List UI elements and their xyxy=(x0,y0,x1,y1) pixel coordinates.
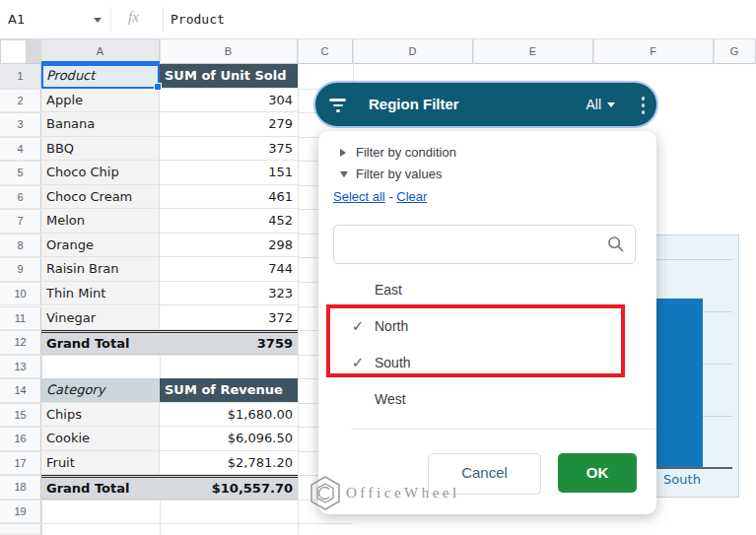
gridline-h xyxy=(0,523,353,524)
cell-b7[interactable]: 452 xyxy=(160,209,298,234)
row-header-7[interactable]: 7 xyxy=(0,209,41,234)
column-header-e[interactable]: E xyxy=(473,39,593,64)
clear-link[interactable]: Clear xyxy=(396,189,427,204)
cell-b15[interactable]: $1,680.00 xyxy=(160,403,298,428)
row-header-3[interactable]: 3 xyxy=(0,112,41,137)
column-header-c[interactable]: C xyxy=(298,39,353,64)
grand-total-label: Grand Total xyxy=(41,478,134,499)
chart-gridline xyxy=(646,259,732,260)
row-header-13[interactable]: 13 xyxy=(0,355,41,379)
cell-b2[interactable]: 304 xyxy=(160,89,298,113)
row-header-18[interactable]: 18 xyxy=(0,475,41,500)
divider xyxy=(110,8,111,32)
gridline-v xyxy=(353,39,354,89)
row-header-9[interactable]: 9 xyxy=(0,257,41,282)
grand-total-label: Grand Total xyxy=(41,333,134,354)
filter-value-west[interactable]: West xyxy=(318,380,656,417)
select-all-link[interactable]: Select all xyxy=(333,189,385,204)
row-header-6[interactable]: 6 xyxy=(0,185,41,210)
formula-input[interactable]: Product xyxy=(171,12,225,27)
cell-b16[interactable]: $6,096.50 xyxy=(160,427,298,451)
value-search-box[interactable] xyxy=(333,225,636,264)
filter-links: Select all - Clear xyxy=(333,189,427,204)
filter-by-condition-expander[interactable]: Filter by condition xyxy=(340,145,456,160)
row-header-2[interactable]: 2 xyxy=(0,89,41,113)
cell-b5[interactable]: 151 xyxy=(160,161,298,185)
fx-icon: fx xyxy=(128,9,139,26)
row-header-11[interactable]: 11 xyxy=(0,306,41,331)
chart-x-label: South xyxy=(648,472,717,487)
cell-a6[interactable]: Choco Cream xyxy=(41,185,160,210)
chart-x-axis xyxy=(646,467,732,469)
cell-b11[interactable]: 372 xyxy=(160,306,298,331)
row-header-19[interactable]: 19 xyxy=(0,500,41,524)
corner-shade xyxy=(27,39,41,64)
row-header-1[interactable]: 1 xyxy=(0,64,41,89)
gridline-v xyxy=(298,39,299,535)
row-header-14[interactable]: 14 xyxy=(0,378,41,403)
cell-a14[interactable]: Category xyxy=(41,378,160,403)
column-header-d[interactable]: D xyxy=(353,39,473,64)
search-input[interactable] xyxy=(344,230,604,259)
collapse-arrow-icon xyxy=(340,171,348,181)
fill-handle[interactable] xyxy=(154,83,162,91)
row-header-10[interactable]: 10 xyxy=(0,282,41,306)
name-box-caret-icon[interactable] xyxy=(94,18,102,27)
cell-b10[interactable]: 323 xyxy=(160,282,298,306)
bar-chart[interactable]: South xyxy=(645,234,739,498)
cell-a3[interactable]: Banana xyxy=(41,112,160,137)
gridline-v xyxy=(473,39,474,64)
link-separator: - xyxy=(388,189,392,204)
row-header-16[interactable]: 16 xyxy=(0,427,41,451)
cell-a7[interactable]: Melon xyxy=(41,209,160,234)
expand-arrow-icon xyxy=(340,149,350,157)
cell-a16[interactable]: Cookie xyxy=(41,427,160,451)
filter-by-condition-label: Filter by condition xyxy=(356,145,456,160)
kebab-menu-icon[interactable] xyxy=(642,97,646,114)
column-header-f[interactable]: F xyxy=(593,39,714,64)
cell-b6[interactable]: 461 xyxy=(160,185,298,210)
region-filter-pill[interactable]: Region Filter All xyxy=(315,83,656,126)
row-header-8[interactable]: 8 xyxy=(0,234,41,258)
cell-b14[interactable]: SUM of Revenue xyxy=(160,378,298,403)
cell-a8[interactable]: Orange xyxy=(41,234,160,258)
cell-a5[interactable]: Choco Chip xyxy=(41,161,160,185)
spreadsheet-screen: A1 fx Product ABCDEFG1234567891011121314… xyxy=(0,0,756,535)
cell-a15[interactable]: Chips xyxy=(41,403,160,428)
cell-b8[interactable]: 298 xyxy=(160,234,298,258)
column-header-b[interactable]: B xyxy=(160,39,298,64)
watermark: OfficeWheel xyxy=(309,475,460,511)
cell-a2[interactable]: Apple xyxy=(41,89,160,113)
cell-b17[interactable]: $2,781.20 xyxy=(160,451,298,476)
row-header-partial xyxy=(0,523,41,535)
cell-b1[interactable]: SUM of Unit Sold xyxy=(160,64,298,89)
filter-value-east[interactable]: East xyxy=(318,271,656,307)
row-header-17[interactable]: 17 xyxy=(0,451,41,476)
gridline-h xyxy=(0,355,353,356)
chevron-down-icon xyxy=(607,102,615,111)
grand-total-row-18[interactable]: Grand Total$10,557.70 xyxy=(41,475,298,500)
grand-total-row-12[interactable]: Grand Total3759 xyxy=(41,330,298,355)
cell-a4[interactable]: BBQ xyxy=(41,137,160,162)
divider xyxy=(163,8,164,32)
cell-a10[interactable]: Thin Mint xyxy=(41,282,160,306)
active-cell-border xyxy=(41,64,160,89)
select-all-corner[interactable] xyxy=(0,39,27,64)
row-header-12[interactable]: 12 xyxy=(0,330,41,355)
name-box[interactable]: A1 xyxy=(8,12,25,27)
row-header-5[interactable]: 5 xyxy=(0,161,41,185)
column-header-g[interactable]: G xyxy=(714,39,756,64)
filter-by-values-expander[interactable]: Filter by values xyxy=(340,167,442,181)
row-header-15[interactable]: 15 xyxy=(0,403,41,428)
row-header-4[interactable]: 4 xyxy=(0,137,41,162)
cell-a9[interactable]: Raisin Bran xyxy=(41,257,160,282)
cell-a17[interactable]: Fruit xyxy=(41,451,160,476)
cell-a11[interactable]: Vinegar xyxy=(41,306,160,331)
cell-b3[interactable]: 279 xyxy=(160,112,298,137)
watermark-text: OfficeWheel xyxy=(346,485,460,502)
filter-scope-dropdown[interactable]: All xyxy=(585,83,615,126)
cell-b9[interactable]: 744 xyxy=(160,257,298,282)
filter-title: Region Filter xyxy=(369,83,459,126)
ok-button[interactable]: OK xyxy=(558,453,637,493)
cell-b4[interactable]: 375 xyxy=(160,137,298,162)
